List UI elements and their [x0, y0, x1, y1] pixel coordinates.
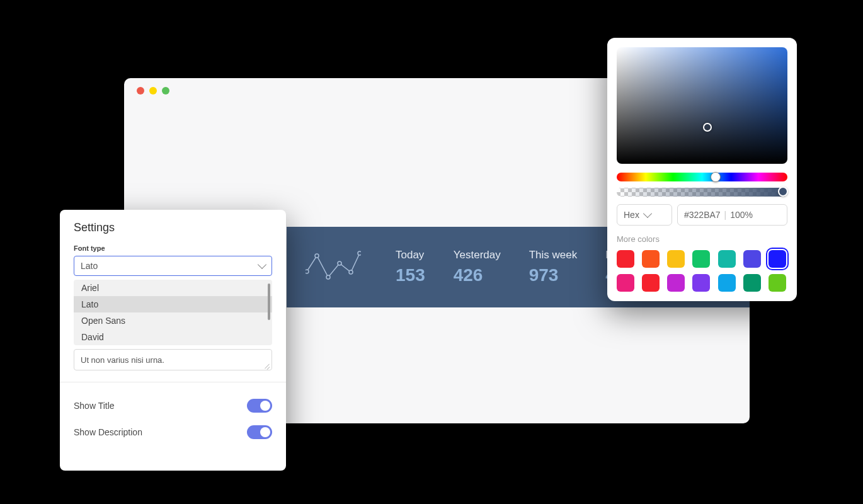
color-cursor-icon[interactable]	[703, 123, 712, 132]
color-picker-panel: Hex #322BA7 | 100% More colors	[607, 38, 797, 301]
close-window-icon[interactable]	[137, 87, 144, 94]
toggle-show-title-row: Show Title	[60, 392, 286, 419]
description-textarea[interactable]: Ut non varius nisi urna.	[74, 349, 272, 370]
chevron-down-icon	[258, 260, 266, 269]
stat-today: Today 153	[396, 249, 425, 285]
zoom-window-icon[interactable]	[162, 87, 169, 94]
color-format-select[interactable]: Hex	[617, 204, 672, 226]
stat-label: Yesterday	[454, 249, 501, 261]
stat-label: This week	[529, 249, 578, 261]
stat-value: 426	[454, 265, 501, 285]
font-type-label: Font type	[60, 244, 286, 256]
stat-value: 973	[529, 265, 578, 285]
stat-this-week: This week 973	[529, 249, 578, 285]
color-swatch[interactable]	[718, 274, 736, 292]
alpha-slider-handle[interactable]	[778, 186, 788, 197]
color-swatch[interactable]	[769, 274, 786, 292]
scrollbar-thumb[interactable]	[268, 284, 270, 320]
color-swatch[interactable]	[743, 274, 761, 292]
input-divider: |	[724, 210, 727, 220]
more-colors-label: More colors	[617, 234, 787, 244]
divider	[60, 382, 286, 382]
color-swatch[interactable]	[743, 250, 761, 268]
toggle-label: Show Title	[74, 401, 115, 411]
color-swatch[interactable]	[692, 250, 710, 268]
font-options-list: Ariel Lato Open Sans David	[74, 280, 272, 345]
show-title-toggle[interactable]	[247, 399, 272, 413]
minimize-window-icon[interactable]	[149, 87, 157, 94]
hue-slider[interactable]	[617, 173, 787, 181]
font-type-dropdown[interactable]: Lato	[74, 256, 272, 276]
svg-point-0	[306, 270, 309, 273]
color-field[interactable]	[617, 47, 787, 164]
swatch-grid	[617, 250, 787, 292]
color-swatch[interactable]	[718, 250, 736, 268]
color-swatch[interactable]	[667, 250, 685, 268]
svg-point-2	[326, 275, 330, 279]
dropdown-value: Lato	[81, 261, 98, 271]
hue-slider-handle[interactable]	[711, 172, 721, 182]
svg-point-3	[338, 261, 341, 265]
color-swatch[interactable]	[642, 250, 660, 268]
stat-label: Today	[396, 249, 425, 261]
color-swatch[interactable]	[617, 250, 634, 268]
stat-yesterday: Yesterday 426	[454, 249, 501, 285]
svg-point-1	[315, 254, 319, 258]
color-swatch[interactable]	[642, 274, 660, 292]
line-chart-icon	[306, 249, 361, 285]
color-swatch[interactable]	[667, 274, 685, 292]
hex-value: #322BA7	[684, 210, 721, 220]
font-option-david[interactable]: David	[74, 329, 272, 345]
color-swatch[interactable]	[769, 250, 786, 268]
color-swatch[interactable]	[617, 274, 634, 292]
stat-value: 153	[396, 265, 425, 285]
color-swatch[interactable]	[692, 274, 710, 292]
font-option-ariel[interactable]: Ariel	[74, 280, 272, 296]
toggle-label: Show Description	[74, 427, 142, 437]
show-description-toggle[interactable]	[247, 425, 272, 439]
settings-title: Settings	[60, 221, 286, 244]
hex-input[interactable]: #322BA7 | 100%	[677, 204, 787, 226]
settings-panel: Settings Font type Lato Ariel Lato Open …	[60, 210, 286, 471]
alpha-value: 100%	[730, 210, 753, 220]
format-value: Hex	[624, 210, 639, 220]
toggle-show-description-row: Show Description	[60, 419, 286, 445]
svg-point-4	[349, 270, 353, 274]
resize-handle-icon[interactable]	[264, 362, 270, 369]
color-inputs: Hex #322BA7 | 100%	[617, 204, 787, 226]
chevron-down-icon	[643, 209, 652, 218]
font-option-opensans[interactable]: Open Sans	[74, 312, 272, 329]
textarea-value: Ut non varius nisi urna.	[81, 355, 164, 365]
svg-point-5	[358, 251, 361, 255]
font-option-lato[interactable]: Lato	[74, 296, 272, 312]
alpha-slider[interactable]	[617, 188, 787, 197]
